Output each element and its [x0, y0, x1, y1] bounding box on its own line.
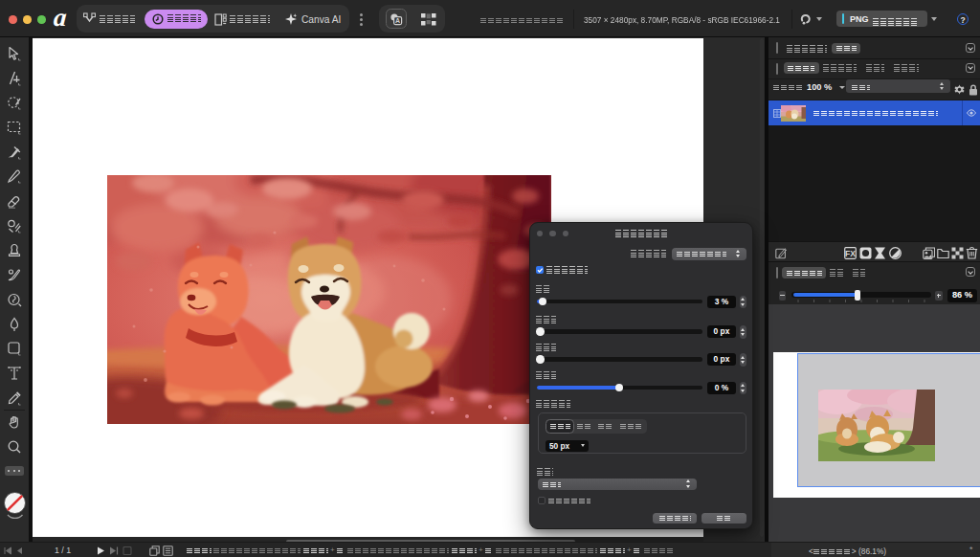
svg-text:FX: FX	[845, 248, 856, 257]
svg-text:A: A	[395, 17, 400, 24]
